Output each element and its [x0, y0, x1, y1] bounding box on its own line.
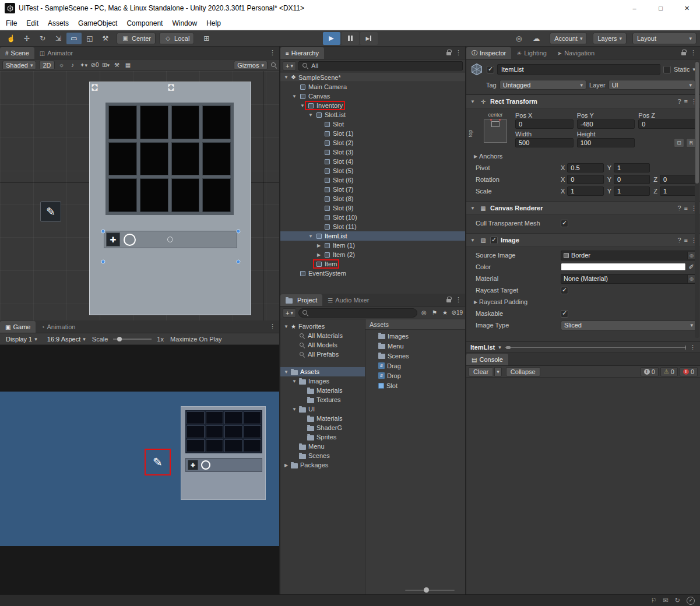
foldout-arrow[interactable]: ▶	[472, 154, 479, 159]
help-icon[interactable]: ?	[677, 237, 681, 244]
foldout-arrow[interactable]: ▼	[469, 99, 476, 104]
menu-assets[interactable]: Assets	[43, 19, 73, 27]
foldout-arrow[interactable]: ▶	[315, 243, 322, 248]
project-tree-item-sprites[interactable]: Sprites	[280, 432, 365, 442]
project-tree-item-images[interactable]: ▼Images	[280, 376, 365, 386]
menu-file[interactable]: File	[1, 19, 22, 27]
foldout-arrow[interactable]: ▼	[469, 206, 476, 211]
foldout-arrow[interactable]: ▶	[472, 300, 479, 305]
hierarchy-item-slot-8-[interactable]: Slot (8)	[280, 194, 465, 203]
presets-icon[interactable]: ≡	[684, 237, 688, 244]
help-icon[interactable]: ?	[677, 205, 681, 212]
image-type-dropdown[interactable]: Sliced▾	[561, 320, 697, 330]
menu-help[interactable]: Help	[202, 19, 226, 27]
tag-dropdown[interactable]: Untagged▾	[500, 80, 586, 90]
project-tree-item-textures[interactable]: Textures	[280, 395, 365, 404]
foldout-arrow[interactable]: ▼	[283, 75, 290, 80]
zoom-slider-knob[interactable]	[424, 587, 429, 593]
hidden-assets-icon[interactable]: ⊘19	[451, 309, 463, 316]
pivot-mode-button[interactable]: ▣Center	[117, 33, 156, 44]
project-tree-item-scenes[interactable]: Scenes	[280, 451, 365, 460]
create-object-button[interactable]: +▾	[283, 61, 296, 71]
cull-transparent-mesh-checkbox[interactable]	[561, 220, 568, 227]
project-tree-item-ui[interactable]: ▼UI	[280, 404, 365, 414]
tab-audio-mixer[interactable]: ☰Audio Mixer	[322, 294, 374, 306]
scale-slider[interactable]	[113, 339, 152, 340]
asset-item-drop[interactable]: Drop	[365, 371, 465, 380]
grid-snap-button[interactable]: ⊞	[199, 33, 214, 44]
hierarchy-item-canvas[interactable]: ▼Canvas	[280, 91, 465, 101]
foldout-arrow[interactable]: ▼	[283, 324, 290, 329]
asset-item-scenes[interactable]: Scenes	[365, 351, 465, 361]
scene-grid-icon[interactable]: ⊞▾	[102, 62, 110, 68]
foldout-arrow[interactable]: ▶	[283, 463, 290, 468]
cloud-button[interactable]: ☁	[529, 33, 544, 44]
hand-tool-button[interactable]: ☝	[3, 33, 19, 44]
inspector-scrollbar[interactable]	[695, 61, 699, 338]
project-tree-item-all-prefabs[interactable]: All Prefabs	[280, 350, 365, 359]
project-search-input[interactable]	[298, 308, 418, 318]
hierarchy-item-item[interactable]: Item	[280, 259, 465, 269]
maximize-on-play-button[interactable]: Maximize On Play	[170, 336, 222, 343]
anchor-handle-icon[interactable]: ◤◥◣◢	[167, 84, 175, 91]
favorite-star-icon[interactable]: ★	[441, 309, 449, 316]
rotation-y-field[interactable]: 0	[614, 175, 650, 184]
scale-tool-button[interactable]: ⇲	[51, 33, 66, 44]
scale-y-field[interactable]: 1	[614, 186, 650, 196]
item-picker-object[interactable]: ✎	[40, 201, 61, 222]
hierarchy-item-slot-9-[interactable]: Slot (9)	[280, 203, 465, 213]
project-tree-item-favorites[interactable]: ▼Favorites	[280, 322, 365, 331]
scene-effects-icon[interactable]: ✦▾	[80, 62, 88, 68]
asset-item-menu[interactable]: Menu	[365, 341, 465, 351]
pos-z-field[interactable]: 0	[638, 119, 697, 129]
collaborate-button[interactable]: ◎	[511, 33, 526, 44]
hierarchy-item-slot-3-[interactable]: Slot (3)	[280, 147, 465, 157]
hierarchy-item-item-2-[interactable]: ▶Item (2)	[280, 250, 465, 259]
minimize-button[interactable]: –	[621, 0, 648, 16]
lock-icon[interactable]	[446, 299, 451, 302]
source-image-field[interactable]: Border ◎	[561, 251, 697, 260]
maximize-button[interactable]: □	[648, 0, 674, 16]
tab-game[interactable]: ▣Game	[0, 321, 36, 333]
hierarchy-item-samplescene-[interactable]: ▼SampleScene*	[280, 73, 465, 82]
background-tasks-icon[interactable]: ✓	[687, 597, 695, 605]
itemlist-object[interactable]: ✚	[104, 231, 237, 248]
rotation-z-field[interactable]: 0	[660, 175, 697, 184]
step-button[interactable]: ▶	[360, 32, 378, 45]
panel-menu-icon[interactable]: ⋮	[455, 296, 462, 304]
project-tree-item-packages[interactable]: ▶Packages	[280, 460, 365, 470]
asset-item-drag[interactable]: Drag	[365, 361, 465, 371]
presets-icon[interactable]: ≡	[684, 205, 688, 212]
project-tree-item-materials[interactable]: Materials	[280, 386, 365, 395]
display-dropdown[interactable]: Display 1▾	[2, 334, 41, 344]
play-button[interactable]: ▶	[323, 32, 340, 45]
help-icon[interactable]: ?	[677, 98, 681, 105]
account-dropdown[interactable]: Account▾	[550, 33, 587, 44]
tab-console[interactable]: ▤Console	[466, 354, 508, 365]
foldout-arrow[interactable]: ▼	[299, 103, 306, 108]
panel-menu-icon[interactable]: ⋮	[269, 323, 276, 330]
panel-menu-icon[interactable]: ⋮	[690, 344, 696, 351]
hierarchy-item-item-1-[interactable]: ▶Item (1)	[280, 241, 465, 250]
scene-visibility-icon[interactable]: ⊘0	[91, 62, 99, 68]
scrollbar-handle[interactable]	[506, 346, 511, 349]
width-field[interactable]: 500	[515, 138, 574, 147]
menu-window[interactable]: Window	[167, 19, 202, 27]
pivot-x-field[interactable]: 0.5	[567, 163, 603, 172]
selection-handle[interactable]	[237, 260, 241, 264]
scene-audio-icon[interactable]: ♪	[69, 62, 77, 68]
hierarchy-item-main-camera[interactable]: Main Camera	[280, 82, 465, 91]
create-asset-button[interactable]: +▾	[283, 308, 296, 318]
object-picker-icon[interactable]: ◎	[687, 252, 695, 259]
foldout-arrow[interactable]: ▶	[315, 252, 322, 258]
gameobject-name-field[interactable]: ItemList	[497, 64, 660, 75]
clear-dropdown-icon[interactable]: ▾	[494, 367, 502, 376]
hierarchy-item-slotlist[interactable]: ▼SlotList	[280, 110, 465, 119]
2d-toggle[interactable]: 2D	[39, 61, 54, 70]
scene-camera-icon[interactable]: ▦	[124, 62, 132, 68]
pos-x-field[interactable]: 0	[515, 119, 574, 129]
scene-search-icon[interactable]	[270, 62, 277, 68]
asset-zoom-slider[interactable]	[405, 590, 455, 591]
info-count-toggle[interactable]: !0	[641, 367, 659, 376]
scene-tool-settings-icon[interactable]: ⚒	[113, 62, 121, 68]
